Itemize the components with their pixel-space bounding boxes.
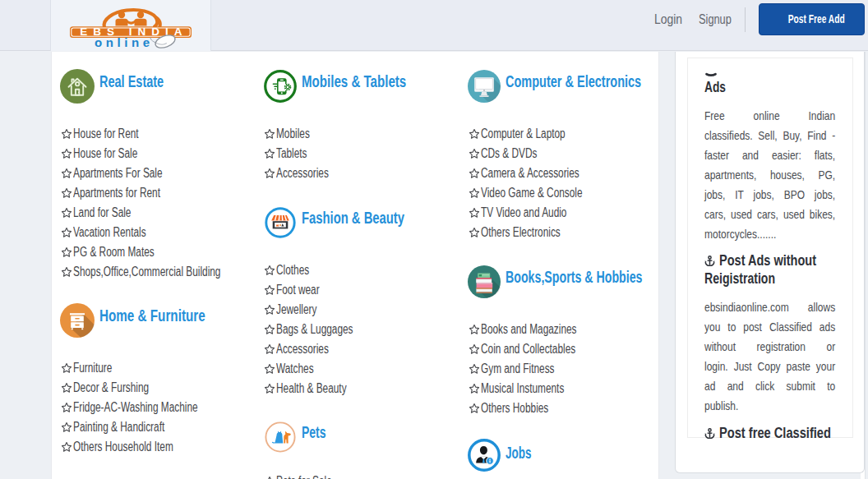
svg-text:online: online — [95, 35, 154, 49]
